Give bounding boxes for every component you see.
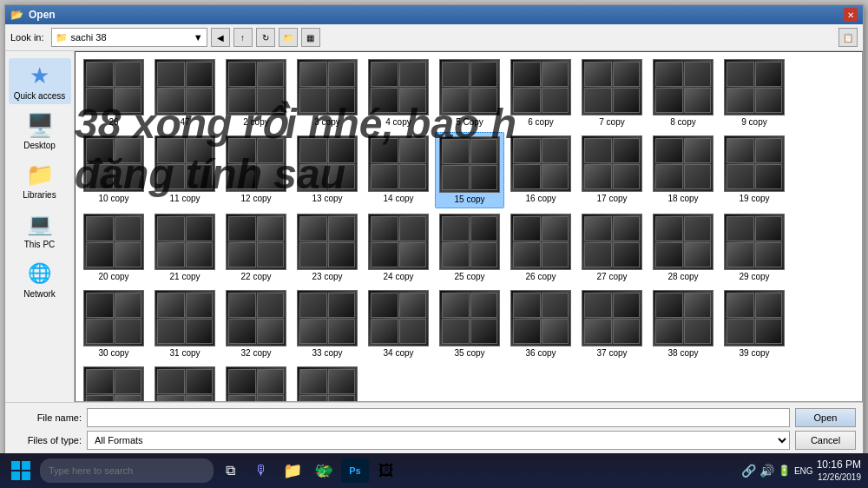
sidebar-item-desktop[interactable]: 🖥️ Desktop	[9, 108, 71, 154]
toolbar: Look in: 📁 sachi 38 ▼ ◀ ↑ ↻ 📁 ▦ 📋	[5, 24, 863, 51]
file-name-input[interactable]	[87, 408, 790, 427]
file-item[interactable]: 38 copy	[648, 287, 718, 361]
file-item[interactable]: 2 copy	[221, 56, 291, 130]
manga-panel	[584, 293, 612, 318]
close-button[interactable]: ✕	[844, 8, 858, 22]
file-item[interactable]: 30 copy	[79, 287, 148, 361]
taskbar-search-input[interactable]	[40, 458, 214, 483]
file-item[interactable]: 28 copy	[648, 210, 718, 285]
file-item[interactable]: 31 copy	[150, 287, 220, 361]
file-item[interactable]: 47	[150, 56, 220, 130]
file-item[interactable]: 24 copy	[364, 210, 433, 285]
file-item[interactable]: 29 copy	[720, 210, 789, 285]
sidebar: ★ Quick access 🖥️ Desktop 📁 Libraries 💻	[5, 51, 75, 402]
thumbnail-inner	[369, 291, 428, 346]
manga-panel	[371, 242, 398, 267]
files-of-type-select[interactable]: All Formats	[87, 431, 790, 450]
file-item[interactable]: 7 copy	[577, 56, 647, 130]
sidebar-item-quick-access[interactable]: ★ Quick access	[9, 58, 71, 104]
back-button[interactable]: ◀	[211, 28, 230, 47]
up-button[interactable]: ↑	[233, 28, 253, 47]
look-in-select[interactable]: 📁 sachi 38 ▼	[51, 28, 207, 47]
manga-panel	[328, 395, 356, 402]
manga-panel	[328, 293, 356, 318]
file-item[interactable]: 36 copy	[506, 287, 575, 361]
taskbar-sys-tray: 🔗 🔊 🔋 ENG 10:16 PM 12/26/2019	[741, 458, 865, 484]
manga-panel	[257, 164, 285, 189]
thumbnail-inner	[582, 214, 641, 269]
file-item[interactable]: 26 copy	[506, 210, 575, 285]
file-item[interactable]: 9 copy	[720, 56, 789, 130]
refresh-button[interactable]: ↻	[256, 28, 275, 47]
new-folder-button[interactable]: 📁	[279, 28, 298, 47]
start-button[interactable]	[3, 457, 38, 485]
file-item[interactable]: 3 copy	[293, 56, 362, 130]
manga-panel	[228, 88, 256, 113]
manga-panel	[157, 138, 185, 163]
file-item[interactable]: 25 copy	[435, 210, 504, 285]
file-item[interactable]: 23 copy	[293, 210, 362, 285]
file-item[interactable]: 26	[79, 56, 148, 130]
file-item[interactable]: 33 copy	[293, 287, 362, 361]
file-item[interactable]: 43 copy	[293, 363, 362, 402]
open-dialog: 📂 Open ✕ Look in: 📁 sachi 38 ▼ ◀ ↑ ↻ 📁 ▦…	[4, 4, 864, 456]
file-item[interactable]: 27 copy	[577, 210, 647, 285]
taskbar-icon-media[interactable]: 🖼	[372, 457, 400, 485]
file-name-label: File name:	[12, 412, 82, 423]
manga-panel	[228, 242, 256, 267]
file-item[interactable]: 20 copy	[79, 210, 148, 285]
manga-panel	[328, 164, 356, 189]
manga-panel	[399, 293, 427, 318]
taskbar-icon-app1[interactable]: 🐲	[310, 457, 338, 485]
file-label: 12 copy	[240, 194, 271, 203]
file-item[interactable]: 19 copy	[720, 132, 789, 208]
open-button[interactable]: Open	[795, 408, 856, 427]
file-item[interactable]: 10 copy	[79, 132, 148, 208]
file-item[interactable]: 17 copy	[577, 132, 647, 208]
taskbar-icon-photoshop[interactable]: Ps	[341, 458, 369, 483]
file-thumbnail	[510, 135, 571, 192]
file-item[interactable]: 16 copy	[506, 132, 575, 208]
file-item[interactable]: 13 copy	[293, 132, 362, 208]
file-item[interactable]: 6 copy	[506, 56, 575, 130]
manga-panel	[257, 138, 285, 163]
sidebar-item-network[interactable]: 🌐 Network	[9, 256, 71, 302]
file-item[interactable]: 8 copy	[648, 56, 718, 130]
file-item[interactable]: 42 copy	[221, 363, 291, 402]
manga-panel	[157, 319, 185, 344]
file-item[interactable]: 4 copy	[364, 56, 433, 130]
taskbar-icon-cortana[interactable]: 🎙	[247, 457, 275, 485]
file-item[interactable]: 14 copy	[364, 132, 433, 208]
file-item[interactable]: 41 copy	[150, 363, 220, 402]
file-item[interactable]: 32 copy	[221, 287, 291, 361]
file-thumbnail	[724, 290, 785, 346]
file-item[interactable]: 35 copy	[435, 287, 504, 361]
cancel-button[interactable]: Cancel	[795, 431, 856, 450]
taskbar-clock[interactable]: 10:16 PM 12/26/2019	[817, 458, 861, 484]
view-button[interactable]: ▦	[301, 28, 320, 47]
file-item[interactable]: 5 Copy	[435, 56, 504, 130]
file-item[interactable]: 34 copy	[364, 287, 433, 361]
sidebar-item-libraries[interactable]: 📁 Libraries	[9, 157, 71, 203]
file-item[interactable]: 11 copy	[150, 132, 220, 208]
file-item[interactable]: 21 copy	[150, 210, 220, 285]
file-item[interactable]: 39 copy	[720, 287, 789, 361]
file-item[interactable]: 15 copy	[435, 132, 504, 208]
sidebar-item-this-pc[interactable]: 💻 This PC	[9, 207, 71, 253]
manga-panel	[684, 242, 712, 267]
thumbnail-inner	[155, 291, 214, 346]
manga-panel	[755, 164, 783, 189]
file-item[interactable]: 22 copy	[221, 210, 291, 285]
task-view-button[interactable]: ⧉	[216, 457, 244, 485]
file-item[interactable]: 18 copy	[648, 132, 718, 208]
file-label: 8 copy	[670, 117, 695, 127]
manga-panel	[470, 242, 498, 267]
details-button[interactable]: 📋	[838, 28, 858, 47]
file-item[interactable]: 37 copy	[577, 287, 647, 361]
manga-panel	[157, 395, 185, 402]
taskbar-icon-file-explorer[interactable]: 📁	[279, 457, 306, 485]
file-item[interactable]: 40 copy	[79, 363, 148, 402]
file-grid-container[interactable]: 26472 copy3 copy4 copy5 Copy6 copy7 copy…	[75, 51, 863, 402]
file-item[interactable]: 12 copy	[221, 132, 291, 208]
manga-panel	[613, 62, 641, 87]
